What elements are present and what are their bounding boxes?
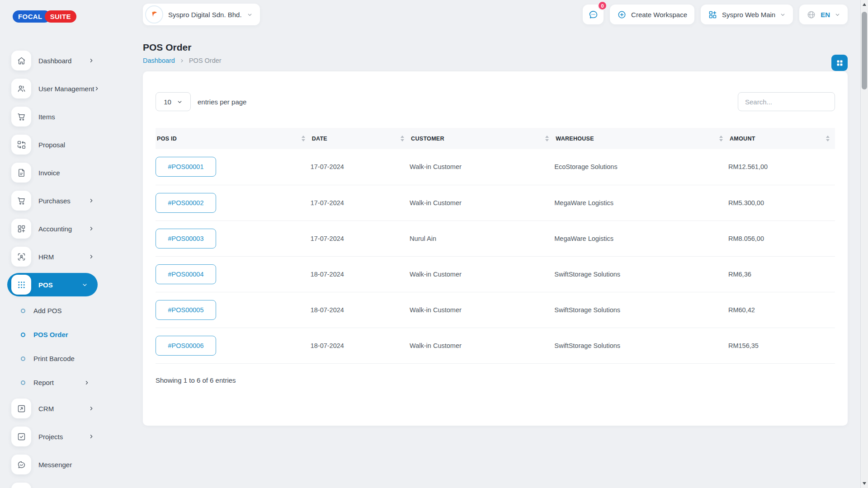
column-header-amount[interactable]: AMOUNT xyxy=(728,128,835,149)
chat-icon xyxy=(588,9,599,20)
sidebar-item-label: Invoice xyxy=(38,169,98,177)
chevron-right-icon xyxy=(89,406,94,411)
sidebar-item-hrm[interactable]: HRM xyxy=(0,243,105,271)
customer-cell: Nurul Ain xyxy=(410,221,554,256)
sidebar-subitem-add-pos[interactable]: Add POS xyxy=(0,299,105,323)
pos-id-button[interactable]: #POS00003 xyxy=(156,229,216,249)
logo-suite: SUITE xyxy=(45,10,76,23)
create-workspace-button[interactable]: Create Workspace xyxy=(610,5,694,24)
sidebar-item-invoice[interactable]: Invoice xyxy=(0,159,105,187)
date-cell: 17-07-2024 xyxy=(311,185,410,221)
transform-icon xyxy=(11,135,31,155)
sidebar-item-proposal[interactable]: Proposal xyxy=(0,131,105,159)
warehouse-cell: EcoStorage Solutions xyxy=(554,149,728,185)
sort-icon xyxy=(401,136,404,141)
pos-id-cell: #POS00002 xyxy=(156,185,311,221)
table-row: #POS00004 18-07-2024 Walk-in Customer Sw… xyxy=(156,256,835,292)
sidebar-item-user-management[interactable]: User Management xyxy=(0,75,105,103)
main-content: Syspro Digital Sdn. Bhd. 0 Create Worksp… xyxy=(105,0,868,488)
sidebar-item-purchases[interactable]: Purchases xyxy=(0,187,105,215)
column-header-pos-id[interactable]: POS ID xyxy=(156,128,311,149)
entries-per-page-select[interactable]: 10 xyxy=(156,92,191,111)
pos-id-button[interactable]: #POS00006 xyxy=(156,336,216,356)
scroll-up-arrow-icon[interactable] xyxy=(863,3,866,6)
table-row: #POS00002 17-07-2024 Walk-in Customer Me… xyxy=(156,185,835,221)
entries-per-page-label: entries per page xyxy=(198,98,246,106)
app-logo[interactable]: FOCAL SUITE xyxy=(13,10,76,23)
column-header-date[interactable]: DATE xyxy=(311,128,410,149)
chevron-right-icon xyxy=(89,254,94,259)
pos-id-cell: #POS00006 xyxy=(156,328,311,363)
language-selector[interactable]: EN xyxy=(799,5,848,24)
cart-icon xyxy=(11,191,31,211)
grid-plus-icon xyxy=(11,219,31,239)
sidebar-subitem-pos-order[interactable]: POS Order xyxy=(0,323,105,347)
pos-id-button[interactable]: #POS00005 xyxy=(156,300,216,320)
chevron-down-icon xyxy=(177,99,183,105)
pos-id-cell: #POS00004 xyxy=(156,256,311,292)
sidebar-item-label: Dashboard xyxy=(38,57,89,65)
sidebar-item-projects[interactable]: Projects xyxy=(0,422,105,450)
users-icon xyxy=(11,79,31,99)
sidebar-item-label: Projects xyxy=(38,433,89,441)
entries-select-value: 10 xyxy=(164,98,171,106)
circle-bullet-icon xyxy=(21,380,25,385)
language-code: EN xyxy=(821,11,830,19)
table-row: #POS00003 17-07-2024 Nurul Ain MegaWare … xyxy=(156,221,835,256)
customer-cell: Walk-in Customer xyxy=(410,328,554,363)
pos-id-button[interactable]: #POS00002 xyxy=(156,193,216,213)
pos-id-button[interactable]: #POS00001 xyxy=(156,157,216,177)
sidebar-subitem-print-barcode[interactable]: Print Barcode xyxy=(0,347,105,371)
customer-cell: Walk-in Customer xyxy=(410,292,554,328)
pos-id-cell: #POS00005 xyxy=(156,292,311,328)
chevron-right-icon xyxy=(89,198,94,203)
circle-bullet-icon xyxy=(21,309,25,313)
check-square-icon xyxy=(11,427,31,446)
workspace-selector[interactable]: Syspro Web Main xyxy=(701,5,793,24)
sidebar-item-messenger[interactable]: Messenger xyxy=(0,450,105,479)
scroll-down-arrow-icon[interactable] xyxy=(863,482,866,485)
chat-button[interactable]: 0 xyxy=(583,5,604,24)
pos-id-cell: #POS00001 xyxy=(156,149,311,185)
pos-order-table: POS ID DATE CUSTOMER WAREHOUSE AMOUNT #P… xyxy=(156,128,835,364)
circle-bullet-icon xyxy=(21,333,25,337)
sidebar-item-crm[interactable]: CRM xyxy=(0,394,105,422)
layout-grid-button[interactable] xyxy=(831,55,848,71)
breadcrumb: Dashboard POS Order xyxy=(143,57,848,64)
breadcrumb-dashboard-link[interactable]: Dashboard xyxy=(143,57,175,64)
workspace-name: Syspro Web Main xyxy=(722,11,775,19)
sidebar-item-accounting[interactable]: Accounting xyxy=(0,215,105,243)
sidebar-item-dashboard[interactable]: Dashboard xyxy=(0,47,105,75)
amount-cell: RM156,35 xyxy=(728,328,835,363)
headset-icon xyxy=(11,483,31,488)
warehouse-cell: MegaWare Logistics xyxy=(554,185,728,221)
amount-cell: RM5.300,00 xyxy=(728,185,835,221)
sidebar-subitem-label: Report xyxy=(33,379,84,386)
column-header-warehouse[interactable]: WAREHOUSE xyxy=(554,128,728,149)
chevron-down-icon xyxy=(780,12,786,18)
column-header-customer[interactable]: CUSTOMER xyxy=(410,128,554,149)
chevron-right-icon xyxy=(89,226,94,231)
breadcrumb-current: POS Order xyxy=(189,57,222,64)
pos-id-button[interactable]: #POS00004 xyxy=(156,264,216,284)
customer-cell: Walk-in Customer xyxy=(410,256,554,292)
sidebar-item-label: Purchases xyxy=(38,197,89,205)
company-selector[interactable]: Syspro Digital Sdn. Bhd. xyxy=(143,4,260,25)
sidebar-item-pos[interactable]: POS xyxy=(7,273,98,296)
warehouse-cell: MegaWare Logistics xyxy=(554,221,728,256)
search-input[interactable] xyxy=(738,92,835,111)
scrollbar-thumb[interactable] xyxy=(862,12,867,89)
chat-badge: 0 xyxy=(598,1,607,10)
amount-cell: RM6,36 xyxy=(728,256,835,292)
pos-table-body: #POS00001 17-07-2024 Walk-in Customer Ec… xyxy=(156,149,835,363)
sort-icon xyxy=(545,136,549,141)
sidebar-item-items[interactable]: Items xyxy=(0,103,105,131)
warehouse-cell: SwiftStorage Solutions xyxy=(554,256,728,292)
scrollbar[interactable] xyxy=(860,0,868,488)
page-title: POS Order xyxy=(143,42,848,53)
sidebar-subitem-label: POS Order xyxy=(33,331,93,338)
sidebar-subitem-report[interactable]: Report xyxy=(0,371,105,394)
warehouse-cell: SwiftStorage Solutions xyxy=(554,292,728,328)
sidebar-item-label: Items xyxy=(38,113,98,121)
sidebar-item-helpdesk[interactable]: Helpdesk xyxy=(0,479,105,488)
